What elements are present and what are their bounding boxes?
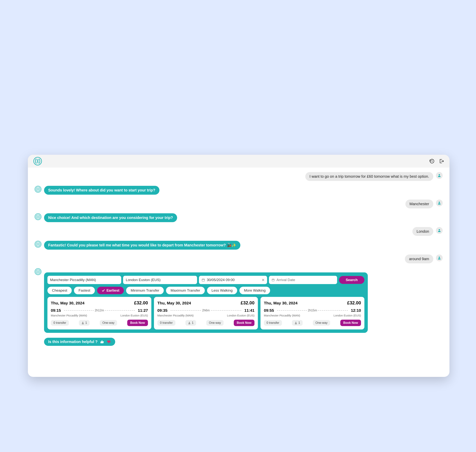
card-date: Thu, May 30, 2024 bbox=[157, 301, 191, 305]
to-input[interactable] bbox=[126, 278, 194, 282]
transfers-tag: 0 transfer bbox=[157, 320, 175, 326]
departure-value: 30/05/2024 09:00 bbox=[207, 278, 235, 282]
card-price: £32.00 bbox=[241, 300, 254, 306]
duration: 2h12m bbox=[95, 309, 104, 312]
logo-icon bbox=[33, 157, 42, 166]
logo-icon bbox=[35, 214, 41, 219]
from-station: Manchester Piccadilly (MAN) bbox=[264, 314, 300, 317]
trip-type-tag: One-way bbox=[313, 320, 330, 326]
result-cards: Thu, May 30, 2024£32.0009:152h12m11:27Ma… bbox=[47, 297, 364, 329]
book-now-button[interactable]: Book Now bbox=[340, 320, 361, 326]
user-avatar bbox=[436, 227, 443, 234]
filter-chip-maximum-transfer[interactable]: Maximum Transfer bbox=[166, 287, 205, 294]
from-station: Manchester Piccadilly (MAN) bbox=[157, 314, 194, 317]
passenger-tag: 1 bbox=[292, 320, 303, 326]
result-card[interactable]: Thu, May 30, 2024£32.0009:152h12m11:27Ma… bbox=[47, 297, 151, 329]
book-now-button[interactable]: Book Now bbox=[234, 320, 254, 326]
dep-time: 09:15 bbox=[51, 308, 61, 313]
card-price: £32.00 bbox=[347, 300, 361, 306]
bot-avatar bbox=[35, 268, 41, 275]
chat-scroll[interactable]: I want to go on a trip tomorrow for £60 … bbox=[28, 167, 450, 377]
app-logo[interactable] bbox=[33, 157, 42, 166]
passenger-tag: 1 bbox=[185, 320, 196, 326]
passenger-tag: 1 bbox=[79, 320, 90, 326]
trip-type-tag: One-way bbox=[100, 320, 117, 326]
results-panel: 30/05/2024 09:00 Search CheapestFastestE… bbox=[44, 273, 368, 333]
to-station: London Euston (EUS) bbox=[334, 314, 361, 317]
card-date: Thu, May 30, 2024 bbox=[51, 301, 85, 305]
user-icon bbox=[437, 256, 441, 260]
search-row: 30/05/2024 09:00 Search bbox=[47, 276, 364, 284]
check-icon bbox=[102, 289, 105, 292]
arr-time: 11:41 bbox=[244, 308, 254, 313]
bot-bubble: Fantastic! Could you please tell me what… bbox=[44, 241, 240, 250]
to-field[interactable] bbox=[123, 276, 197, 284]
user-bubble: around 9am bbox=[405, 254, 433, 263]
filter-chip-fastest[interactable]: Fastest bbox=[74, 287, 95, 294]
from-field[interactable] bbox=[47, 276, 121, 284]
arrival-input[interactable] bbox=[277, 278, 322, 282]
user-bubble: Manchester bbox=[405, 199, 433, 208]
bot-message-row: Sounds lovely! Where about did you want … bbox=[35, 186, 443, 195]
user-avatar bbox=[436, 172, 443, 179]
thumbs-up-icon[interactable] bbox=[100, 340, 104, 344]
logout-icon[interactable] bbox=[439, 159, 444, 164]
transfers-tag: 0 transfer bbox=[264, 320, 282, 326]
user-message-row: I want to go on a trip tomorrow for £60 … bbox=[35, 172, 443, 181]
bot-bubble: Nice choice! And which destination are y… bbox=[44, 213, 177, 222]
duration: 2h15m bbox=[308, 309, 317, 312]
user-icon bbox=[437, 201, 441, 205]
logo-icon bbox=[35, 186, 41, 192]
topbar bbox=[28, 155, 450, 167]
logo-icon bbox=[35, 241, 41, 247]
from-input[interactable] bbox=[50, 278, 119, 282]
user-message-row: London bbox=[35, 227, 443, 236]
transfers-tag: 0 transfer bbox=[51, 320, 69, 326]
clear-icon[interactable] bbox=[262, 279, 264, 281]
dep-time: 09:35 bbox=[157, 308, 167, 313]
history-icon[interactable] bbox=[429, 159, 434, 164]
filter-chip-cheapest[interactable]: Cheapest bbox=[47, 287, 72, 294]
bot-avatar bbox=[35, 186, 41, 193]
filter-chip-less-walking[interactable]: Less Walking bbox=[207, 287, 237, 294]
calendar-icon bbox=[271, 278, 275, 282]
topbar-actions bbox=[429, 159, 444, 164]
search-button[interactable]: Search bbox=[339, 276, 364, 284]
bot-bubble: Sounds lovely! Where about did you want … bbox=[44, 186, 159, 195]
to-station: London Euston (EUS) bbox=[120, 314, 148, 317]
bot-avatar bbox=[35, 241, 41, 247]
bot-message-row: Nice choice! And which destination are y… bbox=[35, 213, 443, 222]
user-bubble: I want to go on a trip tomorrow for £60 … bbox=[305, 172, 433, 181]
user-avatar bbox=[436, 199, 443, 206]
user-bubble: London bbox=[412, 227, 433, 236]
calendar-icon bbox=[202, 278, 205, 282]
user-icon bbox=[437, 173, 441, 177]
arrival-field[interactable] bbox=[269, 276, 337, 284]
bot-message-row: Fantastic! Could you please tell me what… bbox=[35, 241, 443, 250]
book-now-button[interactable]: Book Now bbox=[127, 320, 148, 326]
card-price: £32.00 bbox=[134, 300, 148, 306]
feedback-text: Is this information helpful ? bbox=[48, 340, 98, 344]
bot-avatar bbox=[35, 213, 41, 220]
chat-window: I want to go on a trip tomorrow for £60 … bbox=[28, 155, 450, 377]
filter-chip-more-walking[interactable]: More Walking bbox=[239, 287, 270, 294]
user-message-row: around 9am bbox=[35, 254, 443, 263]
filter-row: CheapestFastestEarliestMinimum TransferM… bbox=[47, 287, 364, 294]
departure-field[interactable]: 30/05/2024 09:00 bbox=[199, 276, 267, 284]
filter-chip-minimum-transfer[interactable]: Minimum Transfer bbox=[126, 287, 164, 294]
result-card[interactable]: Thu, May 30, 2024£32.0009:352h6m11:41Man… bbox=[154, 297, 258, 329]
person-icon bbox=[81, 322, 84, 324]
feedback-bubble: Is this information helpful ? bbox=[44, 338, 115, 346]
dep-time: 09:55 bbox=[264, 308, 274, 313]
user-icon bbox=[437, 229, 441, 232]
logo-icon bbox=[35, 269, 41, 274]
user-avatar bbox=[436, 254, 443, 261]
result-card[interactable]: Thu, May 30, 2024£32.0009:552h15m12:10Ma… bbox=[260, 297, 364, 329]
thumbs-down-icon[interactable] bbox=[107, 340, 111, 344]
duration: 2h6m bbox=[202, 309, 210, 312]
user-message-row: Manchester bbox=[35, 199, 443, 208]
card-date: Thu, May 30, 2024 bbox=[264, 301, 298, 305]
filter-chip-earliest[interactable]: Earliest bbox=[97, 287, 124, 294]
to-station: London Euston (EUS) bbox=[227, 314, 254, 317]
person-icon bbox=[188, 322, 191, 324]
